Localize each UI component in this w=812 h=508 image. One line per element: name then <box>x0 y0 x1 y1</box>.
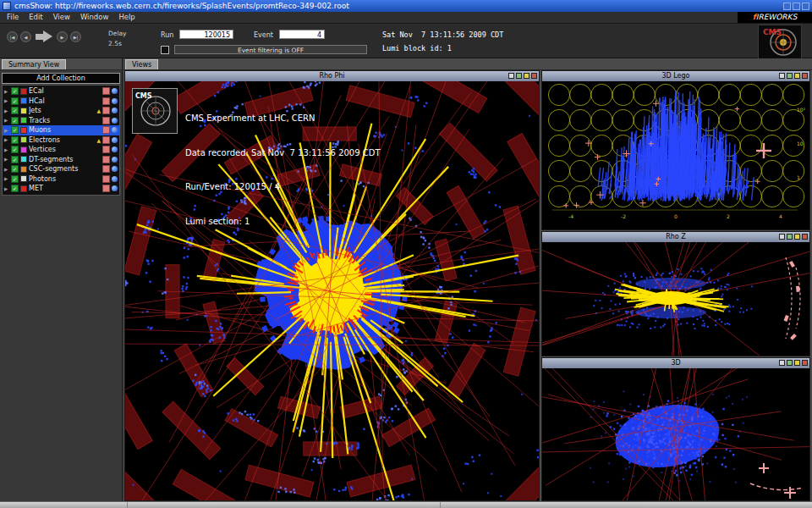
color-swatch[interactable] <box>20 185 27 192</box>
play-events-button[interactable] <box>36 30 52 42</box>
visibility-checkbox[interactable]: ✓ <box>11 97 19 105</box>
visibility-checkbox[interactable]: ✓ <box>11 126 19 134</box>
visibility-checkbox[interactable]: ✓ <box>11 156 19 163</box>
expand-arrow-icon[interactable]: ▶ <box>4 98 9 103</box>
collection-row-vertices[interactable]: ▶✓Vertices <box>3 145 119 155</box>
tab-views[interactable]: Views <box>125 59 158 69</box>
close-view-icon[interactable] <box>802 360 808 366</box>
rho-z-viewport[interactable] <box>542 242 809 356</box>
color-swatch[interactable] <box>20 146 27 153</box>
visibility-checkbox[interactable]: ✓ <box>11 87 19 95</box>
expand-arrow-icon[interactable]: ▶ <box>4 176 9 181</box>
collection-row-csc-segments[interactable]: ▶✓CSC-segments <box>3 164 119 174</box>
close-button[interactable] <box>802 3 809 10</box>
color-swatch[interactable] <box>20 156 27 163</box>
visibility-checkbox[interactable]: ✓ <box>11 185 19 192</box>
expand-arrow-icon[interactable]: ▶ <box>4 128 9 133</box>
filter-box-icon[interactable] <box>102 185 110 192</box>
visibility-checkbox[interactable]: ✓ <box>11 117 19 124</box>
collection-row-electrons[interactable]: ▶✓Electrons▲ <box>3 135 119 146</box>
info-icon[interactable] <box>112 166 118 172</box>
expand-arrow-icon[interactable]: ▶ <box>4 89 9 94</box>
event-filter-checkbox[interactable] <box>161 46 169 54</box>
view-3d-viewport[interactable] <box>542 368 809 500</box>
minimize-button[interactable] <box>783 3 791 10</box>
dock-icon[interactable] <box>779 73 785 79</box>
collection-row-muons[interactable]: ▶✓Muons <box>3 125 119 135</box>
color-swatch[interactable] <box>20 117 27 124</box>
visibility-checkbox[interactable]: ✓ <box>11 136 19 144</box>
collection-row-met[interactable]: ▶✓MET <box>3 184 119 194</box>
close-view-icon[interactable] <box>531 73 537 79</box>
event-input[interactable]: 4 <box>279 30 325 39</box>
swap-view-icon[interactable] <box>787 360 793 366</box>
info-icon[interactable] <box>112 137 118 143</box>
filter-box-icon[interactable] <box>102 117 110 124</box>
swap-view-icon[interactable] <box>787 73 793 79</box>
info-icon[interactable] <box>112 88 118 94</box>
collection-row-tracks[interactable]: ▶✓Tracks <box>3 116 119 126</box>
color-swatch[interactable] <box>20 97 27 104</box>
info-view-icon[interactable] <box>794 234 800 240</box>
visibility-checkbox[interactable]: ✓ <box>11 165 19 173</box>
lego-viewport[interactable]: -4-202410²101 <box>542 81 809 229</box>
first-event-button[interactable]: |◀ <box>7 31 18 42</box>
menu-edit[interactable]: Edit <box>24 12 47 22</box>
previous-event-button[interactable]: ◀ <box>20 31 31 42</box>
visibility-checkbox[interactable]: ✓ <box>11 146 19 153</box>
menu-help[interactable]: Help <box>113 12 140 22</box>
color-swatch[interactable] <box>20 108 27 114</box>
color-swatch[interactable] <box>20 127 27 134</box>
menu-window[interactable]: Window <box>75 12 114 22</box>
menu-file[interactable]: File <box>2 12 24 22</box>
filter-box-icon[interactable] <box>102 165 110 173</box>
info-view-icon[interactable] <box>524 73 529 79</box>
last-event-button[interactable]: ▶| <box>70 31 81 42</box>
color-swatch[interactable] <box>20 88 27 95</box>
collection-row-jets[interactable]: ▶✓Jets▲ <box>3 106 119 116</box>
dock-icon[interactable] <box>779 234 785 240</box>
visibility-checkbox[interactable]: ✓ <box>11 107 19 114</box>
color-swatch[interactable] <box>20 136 27 143</box>
collection-row-hcal[interactable]: ▶✓HCal <box>3 97 119 107</box>
expand-arrow-icon[interactable]: ▶ <box>4 137 9 142</box>
filter-box-icon[interactable] <box>102 87 110 95</box>
filter-box-icon[interactable] <box>102 97 110 105</box>
collection-row-photons[interactable]: ▶✓Photons <box>3 174 119 185</box>
rho-phi-viewport[interactable]: CMS CMS Experiment at LHC, CERN Data rec… <box>125 81 539 500</box>
expand-arrow-icon[interactable]: ▶ <box>4 167 9 172</box>
filter-box-icon[interactable] <box>102 107 110 114</box>
filter-box-icon[interactable] <box>102 126 110 134</box>
close-view-icon[interactable] <box>802 73 808 79</box>
info-icon[interactable] <box>112 127 118 133</box>
info-icon[interactable] <box>112 146 118 152</box>
expand-arrow-icon[interactable]: ▶ <box>4 108 9 113</box>
filter-box-icon[interactable] <box>102 156 110 163</box>
run-input[interactable]: 120015 <box>179 30 233 39</box>
color-swatch[interactable] <box>20 175 27 182</box>
dock-icon[interactable] <box>779 360 785 366</box>
menu-view[interactable]: View <box>48 12 75 22</box>
filter-box-icon[interactable] <box>102 175 110 183</box>
window-titlebar[interactable]: cmsShow: http://fireworks.web.cern.ch/fi… <box>0 0 812 12</box>
delay-value[interactable]: 2.5s <box>108 39 127 49</box>
info-icon[interactable] <box>112 118 118 124</box>
info-icon[interactable] <box>112 98 118 104</box>
expand-arrow-icon[interactable]: ▶ <box>4 157 9 162</box>
info-view-icon[interactable] <box>794 360 800 366</box>
color-swatch[interactable] <box>20 166 27 173</box>
dock-icon[interactable] <box>508 73 514 79</box>
visibility-checkbox[interactable]: ✓ <box>11 175 19 183</box>
collection-row-ecal[interactable]: ▶✓ECal <box>3 86 119 97</box>
swap-view-icon[interactable] <box>787 234 793 240</box>
swap-view-icon[interactable] <box>516 73 522 79</box>
info-view-icon[interactable] <box>794 73 800 79</box>
close-view-icon[interactable] <box>802 234 808 240</box>
collection-row-dt-segments[interactable]: ▶✓DT-segments <box>3 155 119 165</box>
maximize-button[interactable] <box>793 3 800 10</box>
info-icon[interactable] <box>112 157 118 163</box>
expand-arrow-icon[interactable]: ▶ <box>4 147 9 152</box>
expand-arrow-icon[interactable]: ▶ <box>4 186 9 191</box>
info-icon[interactable] <box>112 108 118 113</box>
filter-box-icon[interactable] <box>102 136 110 144</box>
